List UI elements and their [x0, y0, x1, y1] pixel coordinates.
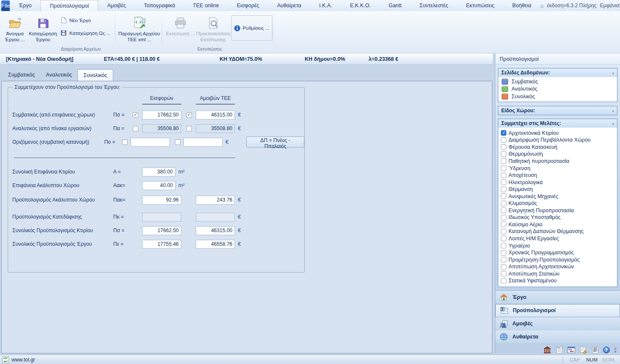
study-checkbox[interactable] [501, 278, 506, 284]
study-checkbox[interactable] [501, 222, 506, 227]
report-icon[interactable] [556, 346, 563, 354]
help-icon[interactable]: ? [603, 347, 610, 353]
study-checkbox[interactable] [501, 151, 506, 157]
study-checkbox[interactable] [501, 215, 506, 220]
amoives-value-field[interactable] [196, 226, 235, 235]
study-item[interactable]: Αποτύπωση Στατικών [499, 270, 616, 277]
study-item[interactable]: Διαμόρφωση Περιβάλλοντα Χώρου [499, 136, 616, 144]
open-area-field[interactable] [142, 181, 175, 190]
nav-item-proypologismoi[interactable]: Προϋπολογισμοί [495, 304, 620, 317]
save-as-button[interactable]: Καταχώρηση Ως ... [60, 30, 110, 36]
amoives-checkbox[interactable] [186, 126, 192, 131]
amoives-value-field[interactable] [196, 111, 235, 119]
nav-item-amoives[interactable]: Αμοιβές [495, 317, 620, 330]
amoives-value-field[interactable] [196, 240, 235, 249]
document-tab[interactable]: Αναλυτικός [40, 69, 77, 81]
menu-tab[interactable]: Ε.Κ.Κ.Ο. [341, 0, 380, 11]
amoives-value-field[interactable] [196, 213, 235, 222]
eisfores-value-field[interactable] [142, 213, 181, 222]
notes-icon[interactable] [591, 346, 599, 354]
menu-tab[interactable]: Εισφορές [228, 0, 269, 11]
eisfores-checkbox[interactable] [133, 112, 138, 118]
eisfores-value-field[interactable] [142, 124, 181, 133]
study-checkbox[interactable] [501, 165, 506, 171]
menu-tab[interactable]: Gantt [380, 0, 411, 11]
study-checkbox[interactable] [501, 137, 506, 143]
study-checkbox[interactable] [501, 144, 506, 150]
study-item[interactable]: Θέρμανση [499, 186, 616, 193]
status-url[interactable]: www.tol.gr [11, 357, 35, 363]
study-item[interactable]: Αρχιτεκτονικά Κτιρίου [499, 130, 616, 137]
study-item[interactable]: Στατικά Υφισταμένου [499, 277, 616, 284]
study-item[interactable]: Φέρουσα Κατασκευή [499, 144, 616, 151]
amoives-value-field[interactable] [196, 124, 235, 133]
study-item[interactable]: Χρονικός Προγραμματισμός [499, 249, 616, 256]
data-page-item[interactable]: Συμβατικός [500, 78, 615, 85]
amoives-value-field[interactable] [183, 138, 223, 147]
nav-item-ergo[interactable]: Έργο [495, 291, 620, 304]
menu-tab[interactable]: Βοήθεια [503, 0, 540, 11]
menu-tab[interactable]: TEE online [184, 0, 228, 11]
collapse-panel-icon[interactable]: ▴ [612, 71, 614, 75]
document-tab[interactable]: Συνολικός [77, 69, 113, 81]
open-project-button[interactable]: Άνοιγμα Έργου ... [2, 14, 28, 49]
menu-tab[interactable]: Προϋπολογισμοί [40, 0, 98, 11]
study-checkbox[interactable] [501, 179, 506, 185]
studies-header[interactable]: Συμμετέχει στις Μελέτες: ▴ [498, 119, 617, 128]
settings-button[interactable]: Ρυθμίσεις ... [231, 15, 272, 41]
menu-tab[interactable]: Αμοιβές [98, 0, 135, 11]
study-item[interactable]: Θερμομόνωση [499, 151, 616, 158]
study-checkbox[interactable] [501, 158, 506, 164]
print-button[interactable]: Εκτύπωση ... [165, 14, 196, 49]
study-item[interactable]: Ενεργητική Πυροπροστασία [499, 207, 616, 214]
menu-tab[interactable]: Έργο [10, 0, 40, 11]
menu-tab[interactable]: Αυθαίρετα [268, 0, 310, 11]
study-item[interactable]: Καύσιμο Αέριο [499, 221, 616, 228]
view-menu-button[interactable]: Εμφάνιση [600, 3, 620, 9]
study-checkbox[interactable] [501, 236, 506, 241]
study-checkbox[interactable] [501, 229, 506, 234]
eisfores-value-field[interactable] [142, 226, 181, 235]
amoives-value-field[interactable] [196, 196, 235, 205]
data-page-item[interactable]: Συνολικός [500, 93, 615, 100]
study-checkbox[interactable] [501, 257, 506, 262]
study-item[interactable]: Παθητική πυροπροστασία [499, 158, 616, 165]
study-checkbox[interactable] [501, 250, 506, 256]
total-area-field[interactable] [142, 168, 175, 176]
study-item[interactable]: Λοιπές Η/Μ Εργασίες [499, 235, 616, 242]
amoives-checkbox[interactable] [186, 112, 192, 118]
study-item[interactable]: Ανυψωτικές Μηχανές [499, 193, 616, 200]
study-checkbox[interactable] [501, 208, 506, 213]
study-checkbox[interactable] [501, 264, 506, 270]
study-item[interactable]: Αποτύπωση Αρχιτεκτονικών [499, 263, 616, 270]
study-item[interactable]: Αποχέτευση [499, 172, 616, 179]
collapse-panel-icon[interactable]: ▴ [612, 121, 614, 125]
form-hand-icon[interactable] [580, 346, 587, 354]
study-item[interactable]: Κλιματισμός [499, 200, 616, 207]
study-item[interactable]: Κατανομή Δαπανών Θέρμανσης [499, 228, 616, 235]
eisfores-value-field[interactable] [142, 196, 181, 205]
study-checkbox[interactable] [501, 271, 506, 276]
eisfores-value-field[interactable] [142, 111, 181, 119]
study-item[interactable]: Ηλεκτρολογικά [499, 179, 616, 186]
save-project-button[interactable]: Καταχώρηση Έργου [28, 14, 58, 49]
tee-xml-button[interactable]: Παραγωγή Αρχείου TEE xml ... [117, 14, 161, 49]
data-page-item[interactable]: Αναλυτικός [500, 85, 615, 93]
menu-tab[interactable]: Τοπογραφικά [135, 0, 184, 11]
menu-tab[interactable]: Εκτυπώσεις [457, 0, 503, 11]
collapse-panel-icon[interactable]: ▴ [612, 108, 614, 113]
print-preview-button[interactable]: Προεπισκόπιση Εκτύπωσης [197, 14, 230, 49]
study-checkbox[interactable] [501, 193, 506, 199]
eisfores-checkbox[interactable] [133, 126, 138, 131]
menu-tab[interactable]: Ι.Κ.Α. [310, 0, 341, 11]
nav-item-authaireta[interactable]: Αυθαίρετα [495, 330, 620, 344]
study-item[interactable]: Υγραέριο [499, 242, 616, 249]
file-menu-button[interactable]: File [1, 0, 10, 11]
study-checkbox[interactable] [501, 187, 506, 192]
menu-tab[interactable]: Συντελεστές [411, 0, 457, 11]
eisfores-checkbox[interactable] [122, 139, 128, 145]
study-checkbox[interactable] [501, 173, 506, 178]
new-project-button[interactable]: Νέο Έργο [60, 17, 91, 23]
study-item[interactable]: Ύδρευση [499, 165, 616, 172]
study-checkbox[interactable] [501, 201, 506, 206]
